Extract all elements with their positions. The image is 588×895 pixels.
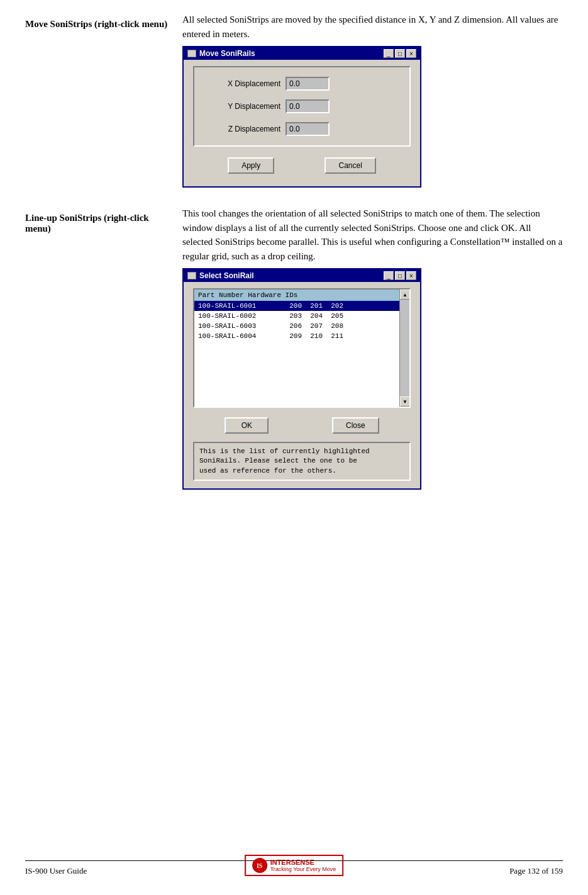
move-dialog-buttons: Apply Cancel: [193, 154, 411, 177]
list-row-1[interactable]: 100-SRAIL-6001 200 201 202: [194, 301, 399, 311]
status-text: This is the list of currently highlighte…: [193, 442, 411, 481]
z-displacement-row: Z Displacement: [204, 122, 400, 136]
list-row-3[interactable]: 100-SRAIL-6003 206 207 208: [194, 321, 399, 331]
list-row-4[interactable]: 100-SRAIL-6004 209 210 211: [194, 331, 399, 341]
select-close-button[interactable]: ×: [406, 271, 416, 280]
y-displacement-label: Y Displacement: [204, 102, 286, 111]
apply-button[interactable]: Apply: [228, 157, 274, 174]
select-titlebar-icon: [187, 272, 196, 279]
move-dialog-body: X Displacement Y Displacement Z Displace…: [184, 60, 420, 186]
maximize-button[interactable]: □: [395, 49, 405, 58]
footer-logo: IS INTERSENSE Tracking Your Every Move: [245, 855, 344, 876]
y-displacement-row: Y Displacement: [204, 99, 400, 113]
footer-right: Page 132 of 159: [509, 866, 563, 876]
page-container: Move SoniStrips (right-click menu) All s…: [0, 0, 588, 895]
list-content: Part Number Hardware IDs 100-SRAIL-6001 …: [194, 290, 399, 407]
select-dialog-title: Select SoniRail: [199, 271, 254, 280]
section2-heading: Line-up SoniStrips (right-click menu): [25, 213, 176, 234]
ok-button[interactable]: OK: [225, 417, 269, 434]
titlebar-icon: [187, 50, 196, 57]
list-row-2[interactable]: 100-SRAIL-6002 203 204 205: [194, 311, 399, 321]
logo-text-area: INTERSENSE Tracking Your Every Move: [270, 858, 336, 872]
select-minimize-button[interactable]: _: [384, 271, 394, 280]
select-titlebar-controls: _ □ ×: [384, 271, 416, 280]
section1-left: Move SoniStrips (right-click menu): [25, 13, 176, 188]
titlebar-left: Move SoniRails: [187, 49, 255, 58]
z-displacement-input[interactable]: [286, 122, 330, 136]
scroll-down-button[interactable]: ▼: [400, 397, 410, 407]
scroll-up-button[interactable]: ▲: [400, 290, 410, 300]
logo-brand: INTERSENSE: [270, 858, 336, 866]
select-dialog-titlebar: Select SoniRail _ □ ×: [184, 269, 420, 282]
footer-left: IS-900 User Guide: [25, 866, 87, 876]
list-header: Part Number Hardware IDs: [194, 290, 399, 301]
z-displacement-label: Z Displacement: [204, 125, 286, 133]
move-sonirails-dialog: Move SoniRails _ □ × X Displacement: [182, 46, 421, 188]
logo-icon: IS: [252, 858, 267, 873]
move-dialog-titlebar: Move SoniRails _ □ ×: [184, 47, 420, 60]
x-displacement-input[interactable]: [286, 77, 330, 91]
section1-right: All selected SoniStrips are moved by the…: [176, 13, 563, 188]
y-displacement-input[interactable]: [286, 99, 330, 113]
section2-right: This tool changes the orientation of all…: [176, 206, 563, 490]
close-button[interactable]: ×: [406, 49, 416, 58]
minimize-button[interactable]: _: [384, 49, 394, 58]
scroll-track: [400, 300, 409, 397]
select-titlebar-left: Select SoniRail: [187, 271, 254, 280]
select-maximize-button[interactable]: □: [395, 271, 405, 280]
displacement-fields: X Displacement Y Displacement Z Displace…: [193, 66, 411, 147]
x-displacement-row: X Displacement: [204, 77, 400, 91]
section2-description: This tool changes the orientation of all…: [182, 206, 563, 263]
titlebar-controls: _ □ ×: [384, 49, 416, 58]
cancel-button[interactable]: Cancel: [325, 157, 375, 174]
logo-tagline: Tracking Your Every Move: [270, 866, 336, 872]
section1-description: All selected SoniStrips are moved by the…: [182, 13, 563, 41]
section2-row: Line-up SoniStrips (right-click menu) Th…: [25, 206, 563, 490]
x-displacement-label: X Displacement: [204, 79, 286, 88]
section2-left: Line-up SoniStrips (right-click menu): [25, 206, 176, 490]
list-scrollbar: ▲ ▼: [399, 290, 409, 407]
select-dialog-body: Part Number Hardware IDs 100-SRAIL-6001 …: [184, 282, 420, 481]
select-sonirail-dialog: Select SoniRail _ □ × Part Number Hardwa…: [182, 268, 421, 490]
move-dialog-title: Move SoniRails: [199, 49, 255, 58]
sonirail-list[interactable]: Part Number Hardware IDs 100-SRAIL-6001 …: [193, 288, 411, 408]
logo-box: IS INTERSENSE Tracking Your Every Move: [245, 855, 344, 876]
page-footer: IS-900 User Guide IS INTERSENSE Tracking…: [25, 860, 563, 876]
close-dialog-button[interactable]: Close: [332, 417, 379, 434]
select-dialog-buttons: OK Close: [184, 414, 420, 437]
section1-heading: Move SoniStrips (right-click menu): [25, 19, 176, 30]
section1-row: Move SoniStrips (right-click menu) All s…: [25, 13, 563, 188]
